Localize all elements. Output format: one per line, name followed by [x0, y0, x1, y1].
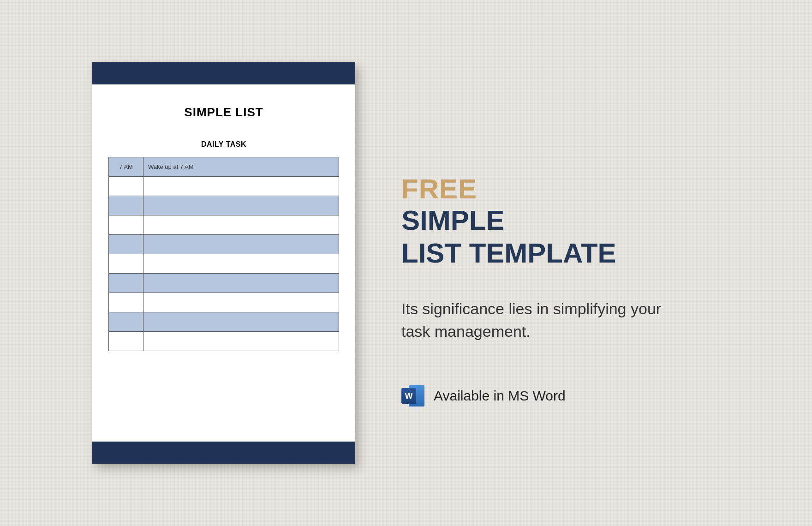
table-row: [109, 215, 339, 235]
availability-row: W Available in MS Word: [401, 384, 784, 407]
ms-word-icon: W: [401, 384, 424, 407]
table-row: [109, 312, 339, 332]
document-preview: SIMPLE LIST DAILY TASK 7 AMWake up at 7 …: [92, 62, 355, 464]
task-cell: [143, 235, 339, 254]
task-cell: [143, 332, 339, 351]
time-cell: [109, 254, 143, 274]
table-row: [109, 274, 339, 293]
table-row: [109, 293, 339, 312]
table-row: [109, 332, 339, 351]
task-cell: [143, 177, 339, 196]
time-cell: [109, 177, 143, 196]
table-row: [109, 254, 339, 274]
table-row: 7 AMWake up at 7 AM: [109, 157, 339, 177]
table-row: [109, 196, 339, 215]
time-cell: [109, 274, 143, 293]
time-cell: [109, 312, 143, 332]
table-row: [109, 235, 339, 254]
badge-free: FREE: [401, 174, 784, 204]
time-cell: [109, 293, 143, 312]
document-bottom-bar: [92, 442, 355, 464]
document-top-bar: [92, 62, 355, 84]
task-cell: [143, 274, 339, 293]
document-content: SIMPLE LIST DAILY TASK 7 AMWake up at 7 …: [92, 84, 355, 442]
document-subtitle: DAILY TASK: [108, 140, 339, 149]
task-cell: [143, 254, 339, 274]
availability-text: Available in MS Word: [434, 388, 566, 404]
promo-panel: FREE SIMPLE LIST TEMPLATE Its significan…: [401, 119, 784, 407]
task-cell: Wake up at 7 AM: [143, 157, 339, 177]
task-cell: [143, 196, 339, 215]
time-cell: [109, 235, 143, 254]
headline-line-2: LIST TEMPLATE: [401, 237, 784, 270]
time-cell: [109, 332, 143, 351]
table-row: [109, 177, 339, 196]
task-cell: [143, 312, 339, 332]
task-cell: [143, 215, 339, 235]
document-title: SIMPLE LIST: [108, 105, 339, 120]
time-cell: 7 AM: [109, 157, 143, 177]
task-cell: [143, 293, 339, 312]
word-icon-letter: W: [401, 388, 416, 404]
promo-description: Its significance lies in simplifying you…: [401, 298, 687, 343]
headline-line-1: SIMPLE: [401, 204, 784, 237]
time-cell: [109, 196, 143, 215]
task-table: 7 AMWake up at 7 AM: [108, 157, 339, 351]
time-cell: [109, 215, 143, 235]
